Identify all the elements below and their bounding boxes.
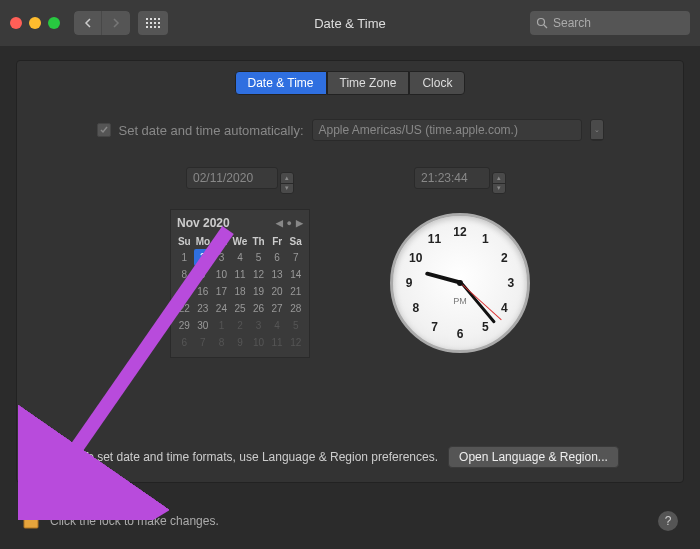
minimize-window-button[interactable] (29, 17, 41, 29)
calendar-day[interactable]: 13 (268, 266, 287, 283)
forward-button[interactable] (102, 11, 130, 35)
time-value: 21:23:44 (421, 171, 468, 185)
svg-rect-3 (24, 517, 38, 519)
calendar-day[interactable]: 19 (249, 283, 268, 300)
date-field[interactable]: 02/11/2020 (186, 167, 278, 189)
calendar-day[interactable]: 17 (212, 283, 231, 300)
analog-clock[interactable]: 12 1 2 3 4 5 6 7 8 9 10 11 PM (390, 213, 530, 353)
calendar-day[interactable]: 11 (231, 266, 250, 283)
time-server-field[interactable]: Apple Americas/US (time.apple.com.) (312, 119, 582, 141)
calendar-day[interactable]: 29 (175, 317, 194, 334)
clock-ampm: PM (453, 296, 467, 306)
chevron-down-icon: ⌄ (591, 120, 603, 140)
zoom-window-button[interactable] (48, 17, 60, 29)
svg-line-1 (544, 25, 547, 28)
back-button[interactable] (74, 11, 102, 35)
svg-point-0 (538, 19, 545, 26)
calendar-day[interactable]: 12 (249, 266, 268, 283)
auto-time-checkbox[interactable] (97, 123, 111, 137)
calendar-day[interactable]: 6 (268, 249, 287, 266)
calendar-day: 2 (231, 317, 250, 334)
calendar-day[interactable]: 26 (249, 300, 268, 317)
chevron-left-icon (84, 18, 92, 28)
search-field[interactable]: Search (530, 11, 690, 35)
search-icon (536, 17, 548, 29)
calendar-day[interactable]: 10 (212, 266, 231, 283)
calendar-day[interactable]: 9 (194, 266, 213, 283)
calendar-day[interactable]: 16 (194, 283, 213, 300)
lock-icon[interactable] (22, 508, 40, 533)
calendar-next-button[interactable]: ▶ (296, 218, 303, 228)
lock-text: Click the lock to make changes. (50, 514, 219, 528)
calendar-weekday: Sa (286, 234, 305, 249)
calendar-day: 9 (231, 334, 250, 351)
calendar-weekday: Su (175, 234, 194, 249)
auto-time-row: Set date and time automatically: Apple A… (17, 119, 683, 141)
content-columns: 02/11/2020 ▴ ▾ Nov 2020 ◀ ● ▶ SuMoTuWeTh… (17, 167, 683, 358)
calendar-weekday: Fr (268, 234, 287, 249)
time-stepper[interactable]: ▴ ▾ (492, 172, 506, 194)
calendar-day[interactable]: 24 (212, 300, 231, 317)
calendar-day[interactable]: 14 (286, 266, 305, 283)
calendar-today-button[interactable]: ● (287, 218, 292, 228)
calendar-day[interactable]: 27 (268, 300, 287, 317)
window-controls (10, 17, 60, 29)
calendar-day[interactable]: 20 (268, 283, 287, 300)
caret-up-icon: ▴ (493, 173, 505, 184)
time-server-dropdown[interactable]: ⌄ (590, 119, 604, 141)
auto-time-label: Set date and time automatically: (119, 123, 304, 138)
tab-date-time[interactable]: Date & Time (235, 71, 327, 95)
lock-row: Click the lock to make changes. ? (22, 508, 678, 533)
date-stepper[interactable]: ▴ ▾ (280, 172, 294, 194)
calendar-day[interactable]: 28 (286, 300, 305, 317)
chevron-right-icon (112, 18, 120, 28)
calendar-day[interactable]: 3 (212, 249, 231, 266)
caret-up-icon: ▴ (281, 173, 293, 184)
calendar-day[interactable]: 2 (194, 249, 213, 266)
calendar-day[interactable]: 4 (231, 249, 250, 266)
caret-down-icon: ▾ (493, 184, 505, 194)
show-all-button[interactable] (138, 11, 168, 35)
time-server-value: Apple Americas/US (time.apple.com.) (319, 123, 518, 137)
date-value: 02/11/2020 (193, 171, 253, 185)
calendar: Nov 2020 ◀ ● ▶ SuMoTuWeThFrSa12345678910… (170, 209, 310, 358)
calendar-day[interactable]: 22 (175, 300, 194, 317)
calendar-day[interactable]: 25 (231, 300, 250, 317)
calendar-day: 12 (286, 334, 305, 351)
calendar-day[interactable]: 30 (194, 317, 213, 334)
calendar-day[interactable]: 23 (194, 300, 213, 317)
calendar-day[interactable]: 15 (175, 283, 194, 300)
calendar-day: 7 (194, 334, 213, 351)
titlebar: Date & Time Search (0, 0, 700, 46)
calendar-day: 8 (212, 334, 231, 351)
tab-clock[interactable]: Clock (409, 71, 465, 95)
clock-pin (457, 280, 463, 286)
calendar-day[interactable]: 21 (286, 283, 305, 300)
calendar-day[interactable]: 7 (286, 249, 305, 266)
tab-time-zone[interactable]: Time Zone (327, 71, 410, 95)
help-button[interactable]: ? (658, 511, 678, 531)
time-column: 21:23:44 ▴ ▾ 12 1 2 3 4 5 6 7 8 9 10 11 (390, 167, 530, 358)
calendar-day[interactable]: 18 (231, 283, 250, 300)
check-icon (99, 125, 109, 135)
calendar-weekday: We (231, 234, 250, 249)
grid-icon (146, 18, 160, 28)
format-hint: To set date and time formats, use Langua… (81, 450, 438, 464)
calendar-weekday: Th (249, 234, 268, 249)
calendar-day[interactable]: 1 (175, 249, 194, 266)
preferences-panel: Date & Time Time Zone Clock Set date and… (16, 60, 684, 483)
nav-buttons (74, 11, 130, 35)
tab-bar: Date & Time Time Zone Clock (17, 71, 683, 95)
open-language-region-button[interactable]: Open Language & Region... (448, 446, 619, 468)
calendar-prev-button[interactable]: ◀ (276, 218, 283, 228)
calendar-day[interactable]: 8 (175, 266, 194, 283)
close-window-button[interactable] (10, 17, 22, 29)
time-field[interactable]: 21:23:44 (414, 167, 490, 189)
calendar-day[interactable]: 5 (249, 249, 268, 266)
calendar-weekday: Tu (212, 234, 231, 249)
calendar-day: 5 (286, 317, 305, 334)
calendar-month-label: Nov 2020 (177, 216, 230, 230)
calendar-day: 11 (268, 334, 287, 351)
calendar-weekday: Mo (194, 234, 213, 249)
calendar-day: 10 (249, 334, 268, 351)
